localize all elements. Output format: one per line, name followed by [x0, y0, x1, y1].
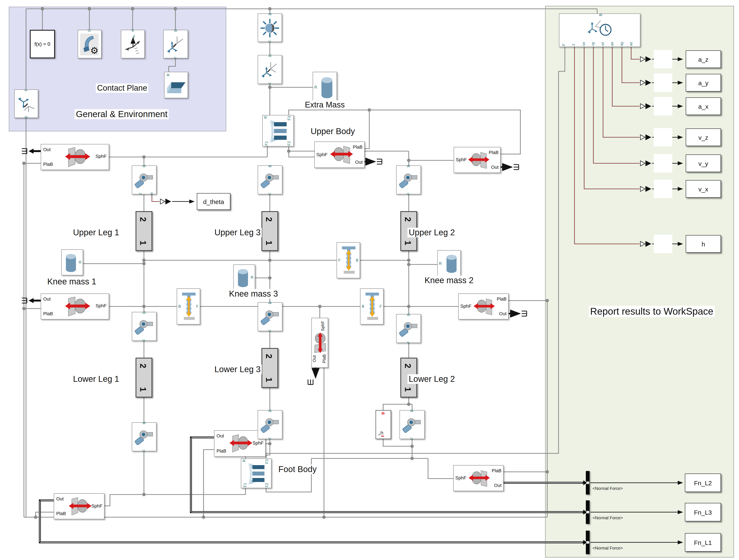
contact-force-block-upper-mid[interactable]: SphF PlaB Out — [314, 141, 365, 168]
upper-body-block[interactable]: R F3 F1 F2 — [262, 115, 294, 146]
transform-sensor-block[interactable]: B F z vx vy vz ax ay az — [559, 13, 640, 47]
knee-mass-3-block[interactable]: R — [233, 265, 255, 290]
port-f: F — [142, 450, 146, 452]
sensor-port-ax: ax — [610, 42, 614, 46]
to-workspace-v_x[interactable]: v_x — [686, 180, 721, 198]
port-b: B — [142, 311, 146, 314]
sensor-port-vz: vz — [601, 42, 605, 46]
port-b: B — [142, 165, 146, 167]
port-plab: PlaB — [322, 354, 326, 363]
revolute-joint-block[interactable]: B F — [258, 302, 282, 331]
to-workspace-a_x[interactable]: a_x — [686, 97, 721, 115]
knee-mass-2-block[interactable]: R — [437, 250, 461, 277]
cylinder-icon — [320, 76, 334, 100]
revolute-joint-block[interactable]: B F — [396, 314, 421, 343]
bus-selector-fn-l2[interactable] — [586, 471, 590, 495]
v_x-label: v_x — [699, 185, 708, 192]
port-r: R — [439, 262, 442, 266]
revolute-joint-block[interactable]: B F — [400, 410, 425, 439]
to-workspace-fn-l1[interactable]: Fn_L1 — [685, 533, 721, 552]
bus-selector-fn-l1[interactable] — [586, 531, 590, 554]
foot-body-block[interactable]: R F3 F1 F2 — [241, 458, 272, 488]
spring-damper-icon — [181, 291, 196, 322]
revolute-joint-icon — [134, 171, 154, 189]
to-workspace-h[interactable]: h — [686, 235, 721, 253]
to-workspace-fn-l3[interactable]: Fn_L3 — [685, 503, 721, 521]
revolute-joint-block[interactable]: B F — [258, 410, 282, 439]
port-sphf: SphF — [96, 154, 107, 158]
knee-mass-1-label: Knee mass 1 — [46, 277, 97, 286]
to-workspace-fn-l2[interactable]: Fn_L2 — [685, 473, 721, 492]
cylinder-icon — [64, 253, 77, 273]
revolute-joint-block[interactable]: B F w — [132, 165, 157, 194]
upper-leg-1-body-block[interactable]: 2 1 — [136, 211, 152, 251]
contact-force-block-knee-left[interactable]: Out PlaB SphF — [41, 293, 109, 319]
gimbal-joint-block[interactable]: B F — [258, 13, 282, 42]
revolute-joint-icon — [399, 320, 419, 337]
revolute-joint-icon — [399, 171, 419, 189]
to-workspace-v_z[interactable]: v_z — [686, 128, 721, 146]
upper-leg-3-body-block[interactable]: 2 1 — [262, 211, 278, 251]
port-b: B — [362, 305, 364, 308]
world-frame-icon — [123, 34, 143, 56]
contact-force-block-foot-bottom-left[interactable]: Out PlaB SphF — [54, 493, 105, 519]
port-b: B — [599, 14, 603, 16]
contact-force-block-upper-left[interactable]: Out PlaB SphF — [41, 144, 109, 170]
port-f: F — [268, 329, 272, 332]
revolute-joint-block[interactable]: B F — [132, 422, 157, 451]
lower-leg-3-body-block[interactable]: 2 1 — [262, 348, 278, 388]
lower-leg-1-body-block[interactable]: 2 1 — [136, 358, 152, 398]
port-b: B — [174, 29, 178, 32]
d-theta-goto-block[interactable]: d_theta — [197, 193, 231, 210]
port-f: F — [268, 40, 272, 43]
port-b: B — [268, 165, 272, 167]
port-out: Out — [355, 160, 362, 164]
cylinder-icon — [445, 254, 458, 274]
to-workspace-a_y[interactable]: a_y — [686, 74, 721, 92]
port-b: B — [407, 313, 411, 316]
extra-mass-block[interactable]: R — [313, 72, 337, 103]
spring-damper-icon — [341, 245, 356, 276]
spring-damper-block-right[interactable]: B F — [360, 288, 384, 324]
port-plab: PlaB — [43, 162, 53, 166]
sensor-port-z: z — [572, 44, 575, 46]
revolute-joint-block[interactable]: B F — [258, 165, 282, 194]
world-frame-block[interactable]: w — [121, 30, 145, 58]
revolute-joint-block[interactable]: B F — [132, 312, 157, 341]
port-f: F — [407, 193, 411, 195]
port-f: F — [24, 89, 28, 91]
fn-l1-label: Fn_L1 — [694, 539, 712, 546]
mechanism-configuration-block[interactable]: C ⚙ — [78, 30, 102, 58]
contact-plane-block[interactable]: R — [164, 72, 188, 98]
port-f: F — [196, 305, 198, 308]
body-solid-icon — [269, 120, 288, 143]
contact-force-block-center-vertical[interactable]: SphF Out PlaB — [311, 318, 328, 368]
svg-text:⚙: ⚙ — [90, 45, 99, 55]
port-c: C — [88, 29, 92, 32]
spring-damper-block-left[interactable]: B F — [177, 288, 200, 324]
port-1: 1 — [403, 241, 413, 245]
bus-selector-fn-l3[interactable] — [586, 501, 590, 524]
revolute-joint-block[interactable]: B F — [396, 165, 421, 194]
port-sphf: SphF — [456, 158, 467, 162]
knee-mass-1-block[interactable]: R — [61, 249, 83, 275]
rigid-transform-block-3[interactable]: B F — [258, 55, 282, 84]
sensor-port-vx: vx — [582, 42, 586, 46]
to-workspace-a_z[interactable]: a_z — [686, 50, 721, 68]
contact-force-block-knee-right[interactable]: SphF PlaB Out — [458, 293, 508, 319]
port-out: Out — [491, 165, 498, 169]
spring-damper-icon — [365, 291, 380, 322]
contact-force-block-upper-right[interactable]: SphF PlaB Out — [454, 147, 501, 173]
solver-configuration-block[interactable]: f(x) = 0 — [30, 30, 55, 58]
to-workspace-v_y[interactable]: v_y — [686, 154, 721, 172]
rigid-transform-block-2[interactable]: F B — [14, 90, 38, 118]
port-out: Out — [43, 297, 50, 301]
contact-force-block-foot-right[interactable]: SphF PlaB Out — [453, 465, 503, 491]
spring-damper-block-top[interactable]: F B — [336, 242, 360, 278]
rigid-transform-block-red[interactable]: B F — [376, 410, 391, 439]
revolute-joint-icon — [134, 318, 154, 335]
port-1: 1 — [264, 241, 274, 245]
port-1: 1 — [403, 387, 413, 392]
rigid-transform-block-1[interactable]: B F — [163, 30, 188, 58]
port-b: B — [268, 302, 272, 304]
